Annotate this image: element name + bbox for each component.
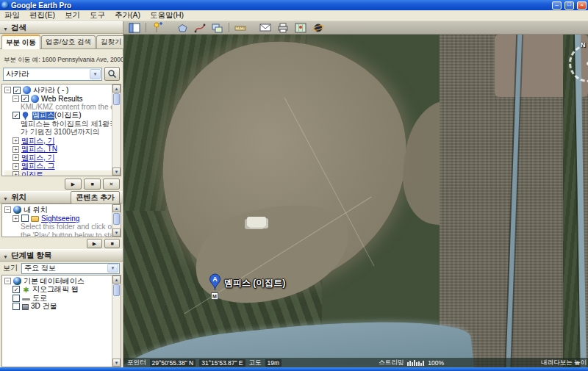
placemark-pin[interactable]: A	[209, 273, 221, 291]
menu-item-3[interactable]: 도구	[90, 10, 105, 21]
placemark-minibox[interactable]: M	[211, 292, 218, 300]
print-icon[interactable]	[276, 22, 290, 34]
menu-item-5[interactable]: 도움말(H)	[150, 10, 184, 21]
tab-2[interactable]: 길찾기	[96, 35, 126, 48]
scroll-up-icon[interactable]: ▲	[112, 84, 121, 93]
close-button[interactable]	[577, 1, 587, 10]
tree-label[interactable]: 멤피스, 그	[21, 162, 55, 171]
tree-label[interactable]: 멤피스, 기	[21, 154, 55, 162]
layers-panel-header[interactable]: 단계별 항목	[0, 249, 123, 262]
play-tour-button[interactable]: ▶	[87, 239, 102, 248]
clear-results-button[interactable]: ✕	[103, 179, 120, 190]
maximize-button[interactable]	[564, 1, 574, 10]
places-row[interactable]: the 'Play' button below to start the	[4, 231, 112, 238]
search-result-row[interactable]: +이집트	[4, 170, 112, 176]
tab-1[interactable]: 업종/상호 검색	[41, 35, 96, 48]
search-result-row[interactable]: +멤피스, 그	[4, 162, 112, 171]
layers-view-select[interactable]: 주요 정보 ▼	[21, 263, 120, 274]
menu-item-1[interactable]: 편집(E)	[29, 10, 55, 21]
search-panel-header[interactable]: 검색	[0, 21, 123, 34]
checkbox[interactable]: ✓	[13, 87, 21, 94]
tree-label[interactable]: 멤피스	[32, 112, 54, 120]
checkbox[interactable]	[12, 303, 20, 310]
search-result-row[interactable]: ✓멤피스 (이집트)	[4, 112, 112, 120]
expand-icon[interactable]: +	[12, 146, 19, 153]
expand-icon[interactable]: +	[12, 215, 19, 222]
map-viewport[interactable]: N A M 멤피스 (이집트) 포인터 29°50'55.38" N 31°15…	[123, 35, 588, 367]
scroll-down-icon[interactable]: ▼	[112, 359, 121, 367]
add-image-overlay-icon[interactable]	[211, 22, 224, 34]
menu-item-4[interactable]: 추가(A)	[115, 10, 140, 21]
tree-label[interactable]: 멤피스, 기	[21, 137, 55, 145]
places-panel-header[interactable]: 위치 콘텐츠 추가	[0, 191, 123, 203]
tab-0[interactable]: 부분 이동	[1, 35, 40, 49]
play-tour-button[interactable]: ▶	[65, 179, 82, 190]
add-polygon-icon[interactable]	[176, 22, 189, 34]
layers-row[interactable]: 3D 건물	[4, 303, 112, 311]
collapse-icon[interactable]: −	[4, 87, 11, 93]
scroll-thumb[interactable]	[113, 284, 120, 296]
add-content-button[interactable]: 콘텐츠 추가	[71, 191, 120, 204]
scroll-down-icon[interactable]: ▼	[112, 168, 121, 176]
stop-tour-button[interactable]: ■	[104, 239, 120, 248]
checkbox[interactable]: ✓	[12, 286, 20, 293]
places-scrollbar[interactable]: ▲ ▼	[112, 204, 121, 237]
tree-label[interactable]: 이집트	[21, 170, 43, 176]
view-in-google-maps-icon[interactable]	[294, 22, 307, 34]
places-row[interactable]: Select this folder and click on	[4, 223, 112, 231]
placemark-label[interactable]: 멤피스 (이집트)	[224, 277, 285, 289]
expand-icon[interactable]: +	[12, 137, 19, 144]
collapse-icon[interactable]: −	[4, 278, 11, 284]
stop-tour-button[interactable]: ■	[84, 179, 101, 190]
expand-icon[interactable]: +	[12, 171, 19, 176]
add-placemark-icon[interactable]	[151, 22, 164, 34]
search-input[interactable]: 사카라 ▼	[3, 68, 102, 81]
search-result-row[interactable]: +멤피스, TN	[4, 145, 112, 154]
collapse-icon[interactable]: −	[12, 96, 19, 102]
search-result-row[interactable]: 가 기원전 3100년까지의	[4, 129, 112, 137]
checkbox[interactable]	[12, 295, 20, 302]
places-row[interactable]: +Sightseeing	[4, 215, 112, 223]
search-result-row[interactable]: +멤피스, 기	[4, 154, 112, 162]
places-row[interactable]: −내 위치	[4, 206, 112, 215]
expand-icon[interactable]: +	[12, 163, 19, 170]
tree-label[interactable]: Sightseeing	[41, 215, 79, 223]
email-icon[interactable]	[259, 22, 272, 34]
combo-dropdown-icon[interactable]: ▼	[90, 69, 101, 79]
combo-dropdown-icon[interactable]: ▼	[107, 264, 118, 273]
scroll-thumb[interactable]	[113, 93, 120, 105]
search-result-row[interactable]: −✓사카라 ( - )	[4, 86, 112, 95]
layers-row[interactable]: 도로	[4, 294, 112, 303]
checkbox[interactable]: ✓	[21, 95, 29, 102]
scroll-up-icon[interactable]: ▲	[112, 275, 121, 284]
scroll-thumb[interactable]	[113, 213, 120, 225]
minimize-button[interactable]	[552, 1, 562, 10]
search-result-row[interactable]: 멤피스는 하이집트의 제1왕국	[4, 120, 112, 129]
scroll-up-icon[interactable]: ▲	[112, 204, 121, 212]
layers-scrollbar[interactable]: ▲ ▼	[112, 275, 121, 367]
collapse-icon[interactable]: −	[4, 206, 11, 213]
layers-row[interactable]: ✓✱지오그래픽 웹	[4, 286, 112, 295]
tree-label[interactable]: 멤피스, TN	[21, 145, 57, 154]
search-results-scrollbar[interactable]: ▲ ▼	[112, 84, 121, 176]
expand-icon[interactable]: +	[12, 154, 19, 161]
title-bar[interactable]: Google Earth Pro	[0, 0, 588, 10]
sidebar-toggle-icon[interactable]	[128, 22, 141, 34]
globe-icon	[31, 95, 39, 103]
tree-label: 내 위치	[24, 206, 48, 215]
tree-label: Web Results	[41, 95, 83, 103]
checkbox[interactable]: ✓	[12, 112, 20, 119]
search-result-row[interactable]: KML/KMZ content from the entire Web	[4, 103, 112, 112]
sky-icon[interactable]	[312, 22, 325, 34]
add-path-icon[interactable]	[193, 22, 207, 34]
checkbox[interactable]	[21, 215, 29, 222]
layers-row[interactable]: −기본 데이터베이스	[4, 277, 112, 286]
ruler-icon[interactable]	[234, 22, 247, 34]
search-button[interactable]	[104, 67, 120, 81]
menu-item-2[interactable]: 보기	[65, 10, 80, 21]
menu-item-0[interactable]: 파일	[4, 10, 20, 21]
search-result-row[interactable]: +멤피스, 기	[4, 137, 112, 145]
search-result-row[interactable]: −✓Web Results	[4, 95, 112, 104]
layers-panel-title: 단계별 항목	[11, 251, 120, 261]
scroll-down-icon[interactable]: ▼	[112, 228, 121, 237]
